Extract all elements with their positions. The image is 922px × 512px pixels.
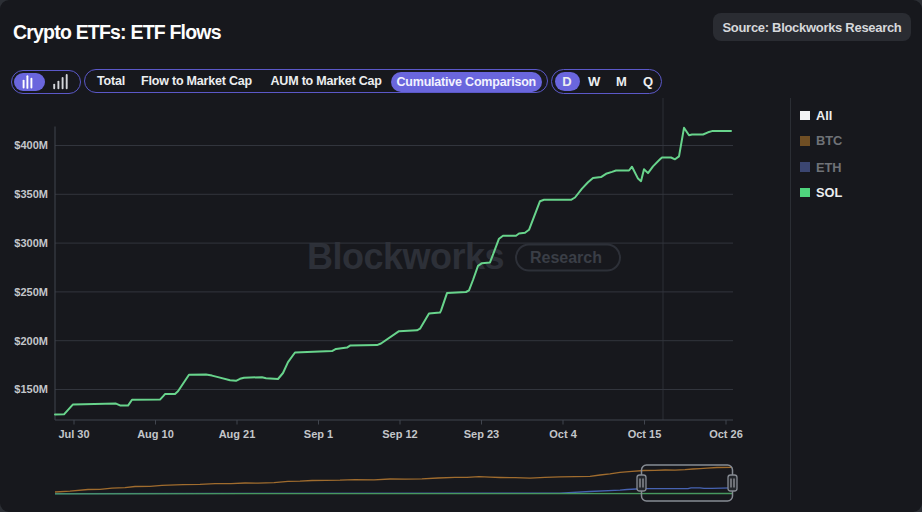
svg-text:$300M: $300M — [14, 237, 48, 249]
svg-text:$150M: $150M — [14, 383, 48, 395]
svg-text:Jul 30: Jul 30 — [58, 428, 89, 440]
svg-text:$350M: $350M — [14, 188, 48, 200]
svg-text:$250M: $250M — [14, 286, 48, 298]
svg-text:Aug 10: Aug 10 — [137, 428, 174, 440]
svg-text:Sep 1: Sep 1 — [304, 428, 333, 440]
svg-text:Oct 15: Oct 15 — [628, 428, 662, 440]
svg-text:Research: Research — [530, 249, 602, 266]
svg-text:Aug 21: Aug 21 — [219, 428, 256, 440]
svg-text:Sep 12: Sep 12 — [382, 428, 417, 440]
svg-text:Blockworks: Blockworks — [307, 236, 504, 277]
svg-text:Oct 26: Oct 26 — [709, 428, 743, 440]
svg-text:Sep 23: Sep 23 — [464, 428, 499, 440]
svg-text:$200M: $200M — [14, 335, 48, 347]
svg-text:Oct 4: Oct 4 — [549, 428, 577, 440]
svg-text:$400M: $400M — [14, 139, 48, 151]
